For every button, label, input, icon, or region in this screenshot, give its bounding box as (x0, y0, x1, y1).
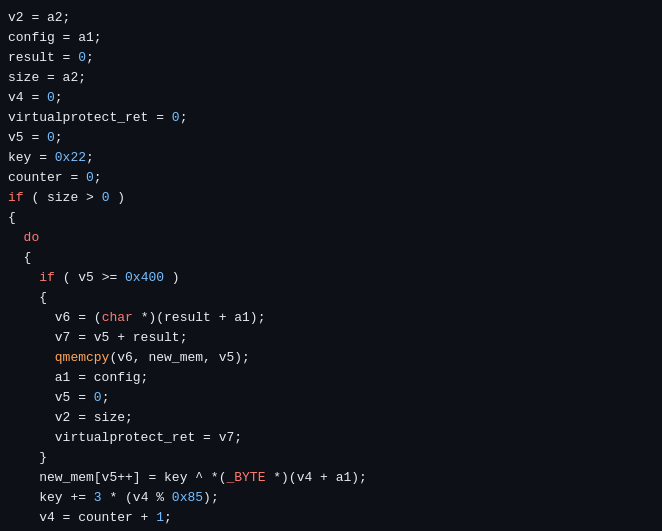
code-text: key += (8, 488, 94, 508)
code-text: v2 = a2; (8, 8, 70, 28)
code-line-3: result = 0; (0, 48, 662, 68)
code-text: 3 (94, 488, 102, 508)
code-line-21: v2 = size; (0, 408, 662, 428)
code-line-24: new_mem[v5++] = key ^ *(_BYTE *)(v4 + a1… (0, 468, 662, 488)
code-line-18: qmemcpy(v6, new_mem, v5); (0, 348, 662, 368)
code-line-11: { (0, 208, 662, 228)
code-text: v5 = (8, 128, 47, 148)
code-text: { (8, 248, 31, 268)
code-text: key = (8, 148, 55, 168)
code-text: 0 (102, 188, 110, 208)
code-line-8: key = 0x22; (0, 148, 662, 168)
code-line-4: size = a2; (0, 68, 662, 88)
code-text: 0 (78, 48, 86, 68)
code-text: 0x85 (172, 488, 203, 508)
code-text: { (8, 208, 16, 228)
code-line-14: if ( v5 >= 0x400 ) (0, 268, 662, 288)
code-text: 0 (86, 168, 94, 188)
code-text: if (39, 268, 55, 288)
code-text: ) (164, 268, 180, 288)
code-line-20: v5 = 0; (0, 388, 662, 408)
code-text: { (8, 288, 47, 308)
code-text: counter = (8, 168, 86, 188)
code-line-1: v2 = a2; (0, 8, 662, 28)
code-text: ; (86, 48, 94, 68)
code-text: ; (180, 108, 188, 128)
code-text: v7 = v5 + result; (8, 328, 187, 348)
code-text: ; (55, 128, 63, 148)
code-text: a1 = config; (8, 368, 148, 388)
code-line-25: key += 3 * (v4 % 0x85); (0, 488, 662, 508)
code-text: v4 = (8, 88, 47, 108)
code-text: (v6, new_mem, v5); (109, 348, 249, 368)
code-text: 0 (47, 128, 55, 148)
code-text: char (102, 308, 133, 328)
code-text: ; (164, 508, 172, 528)
code-text: 0 (47, 88, 55, 108)
code-line-15: { (0, 288, 662, 308)
code-text: 0 (172, 108, 180, 128)
code-line-6: virtualprotect_ret = 0; (0, 108, 662, 128)
code-text: ( v5 >= (55, 268, 125, 288)
code-text: new_mem[v5++] = key ^ *( (8, 468, 226, 488)
code-text: ; (55, 88, 63, 108)
code-text: ( size > (24, 188, 102, 208)
code-text: config = a1; (8, 28, 102, 48)
code-line-23: } (0, 448, 662, 468)
code-line-26: v4 = counter + 1; (0, 508, 662, 528)
code-text: ); (203, 488, 219, 508)
code-text: v4 = counter + (8, 508, 156, 528)
code-text: if (8, 188, 24, 208)
code-text: * (v4 % (102, 488, 172, 508)
code-line-9: counter = 0; (0, 168, 662, 188)
code-text: ; (94, 168, 102, 188)
code-text (8, 268, 39, 288)
code-text (8, 228, 24, 248)
code-line-5: v4 = 0; (0, 88, 662, 108)
code-text (8, 348, 55, 368)
code-line-16: v6 = (char *)(result + a1); (0, 308, 662, 328)
code-text: size = a2; (8, 68, 86, 88)
code-text: ; (102, 388, 110, 408)
code-text: _BYTE (226, 468, 265, 488)
code-editor: v2 = a2; config = a1; result = 0; size =… (0, 0, 662, 531)
code-line-22: virtualprotect_ret = v7; (0, 428, 662, 448)
code-text: v2 = size; (8, 408, 133, 428)
code-text: virtualprotect_ret = v7; (8, 428, 242, 448)
code-text: qmemcpy (55, 348, 110, 368)
code-text: *)(v4 + a1); (265, 468, 366, 488)
code-line-13: { (0, 248, 662, 268)
code-line-10: if ( size > 0 ) (0, 188, 662, 208)
code-text: v6 = ( (8, 308, 102, 328)
code-text: 0x400 (125, 268, 164, 288)
code-text: 1 (156, 508, 164, 528)
code-line-2: config = a1; (0, 28, 662, 48)
code-text: ) (109, 188, 125, 208)
code-text: result = (8, 48, 78, 68)
code-text: ; (86, 148, 94, 168)
code-text: 0x22 (55, 148, 86, 168)
code-text: do (24, 228, 40, 248)
code-text: 0 (94, 388, 102, 408)
code-line-12: do (0, 228, 662, 248)
code-text: *)(result + a1); (133, 308, 266, 328)
code-line-7: v5 = 0; (0, 128, 662, 148)
code-line-17: v7 = v5 + result; (0, 328, 662, 348)
code-text: virtualprotect_ret = (8, 108, 172, 128)
code-text: } (8, 448, 47, 468)
code-text: v5 = (8, 388, 94, 408)
code-line-19: a1 = config; (0, 368, 662, 388)
